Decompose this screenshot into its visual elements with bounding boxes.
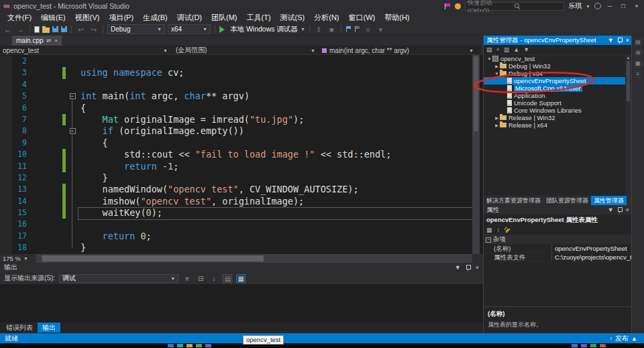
property-row[interactable]: (名称)opencvEnvPropertySheet (484, 244, 632, 253)
redo-icon[interactable]: ↪ (89, 24, 99, 35)
strip-icon-3[interactable]: ▦ (634, 60, 643, 68)
quick-launch-search[interactable]: 快速启动 (Ctrl+Q) (465, 2, 564, 11)
bottom-tab[interactable]: 错误列表 (1, 323, 38, 333)
save-icon[interactable]: ▥ (504, 46, 510, 53)
split-view-icon[interactable]: ▦ (236, 274, 246, 283)
output-source-combo[interactable]: 调试 ▼ (59, 274, 178, 283)
tree-item[interactable]: ▼Debug | x64 (484, 70, 632, 77)
menu-item[interactable]: 测试(S) (276, 12, 310, 23)
member-dropdown[interactable]: main(int argc, char ** argv) ▼ (322, 46, 476, 55)
categorized-icon[interactable]: ▦ (486, 227, 492, 233)
scrollbar-thumb[interactable] (627, 61, 630, 101)
menu-item[interactable]: 编辑(E) (36, 12, 70, 23)
property-row[interactable]: 属性表文件C:\zuoye\projects\opencv_tes (484, 253, 632, 262)
tree-item[interactable]: ▼opencv_test (484, 55, 632, 62)
tree-item[interactable]: ▶Release | Win32 (484, 114, 632, 121)
property-value[interactable]: opencvEnvPropertySheet (552, 244, 632, 252)
close-panel-icon[interactable]: × (626, 36, 629, 45)
fold-toggle-icon[interactable]: − (70, 128, 76, 134)
pin-icon[interactable] (466, 264, 471, 271)
menu-item[interactable]: 文件(F) (3, 12, 36, 23)
minimize-button[interactable]: ─ (605, 3, 614, 9)
publish-button[interactable]: 发布 (615, 334, 629, 343)
add-new-sheet-icon[interactable]: ▤ (486, 46, 492, 53)
save-icon[interactable] (52, 26, 58, 32)
pin-icon[interactable] (617, 37, 623, 44)
find-message-icon[interactable]: ≡ (182, 275, 192, 282)
menu-item[interactable]: 窗口(W) (344, 12, 380, 23)
save-all-icon[interactable] (61, 26, 67, 32)
promote-tab-icon[interactable]: ⇄ (47, 38, 52, 44)
messages-view-icon[interactable]: ▤ (223, 274, 232, 283)
move-up-icon[interactable]: ▲ (513, 46, 519, 53)
window-position-icon[interactable]: ▼ (608, 205, 614, 215)
window-position-icon[interactable]: ▼ (608, 36, 614, 45)
close-tab-icon[interactable]: × (54, 38, 58, 44)
tree-scrollbar[interactable]: ▲ (625, 55, 631, 196)
platform-combo[interactable]: x64 ▼ (168, 24, 211, 34)
menu-item[interactable]: 项目(P) (104, 12, 138, 23)
tree-item[interactable]: Unicode Support (484, 99, 632, 107)
user-menu-caret-icon[interactable]: ▼ (586, 4, 590, 9)
scrollbar-thumb[interactable] (42, 255, 264, 262)
debug-button-label[interactable]: 本地 Windows 调试器 (230, 25, 298, 34)
add-existing-sheet-icon[interactable]: + (496, 46, 500, 53)
property-pages-icon[interactable] (504, 227, 511, 233)
bottom-tab[interactable]: 输出 (38, 323, 60, 333)
bookmark-off-icon[interactable] (354, 25, 360, 33)
scope-dropdown[interactable]: (全局范围) ▼ (176, 46, 318, 55)
tree-item[interactable]: Core Windows Libraries (484, 107, 632, 114)
user-name[interactable]: 乐琪 (568, 1, 582, 11)
menu-item[interactable]: 分析(N) (309, 12, 343, 23)
tree-item[interactable]: Microsoft.Cpp.x64.user (484, 84, 632, 92)
menu-item[interactable]: 生成(B) (138, 12, 172, 23)
panel-tab[interactable]: 属性管理器 (591, 196, 627, 205)
strip-icon-1[interactable]: ▤ (634, 38, 643, 46)
strip-icon-2[interactable]: ⊞ (634, 49, 643, 57)
word-wrap-icon[interactable]: ↓ (209, 275, 219, 282)
menu-item[interactable]: 团队(M) (207, 12, 242, 23)
tree-item[interactable]: ▶Debug | Win32 (484, 62, 632, 70)
editor-horizontal-scrollbar[interactable] (37, 254, 472, 263)
move-down-icon[interactable]: ▼ (523, 46, 529, 53)
close-panel-icon[interactable]: × (476, 263, 479, 272)
notifications-flag-icon[interactable] (444, 3, 451, 10)
close-button[interactable]: × (632, 3, 641, 9)
panel-tab[interactable]: 解决方案资源管理器 (484, 196, 543, 205)
collapse-icon[interactable]: − (486, 237, 491, 243)
menu-item[interactable]: 帮助(H) (380, 12, 414, 23)
debug-target-caret-icon[interactable]: ▼ (301, 27, 305, 32)
output-content[interactable] (0, 284, 483, 323)
toolbar-overflow-icon[interactable]: ▾ (376, 24, 386, 35)
navigate-back-icon[interactable]: ← (3, 24, 13, 35)
navigate-forward-icon[interactable]: → (15, 24, 25, 35)
break-all-icon[interactable]: ‖ (314, 24, 324, 35)
clear-output-icon[interactable]: ⊟ (196, 275, 205, 282)
tree-item[interactable]: ▶Release | x64 (484, 121, 632, 129)
project-dropdown[interactable]: opencv_test ▼ (3, 46, 170, 55)
property-value[interactable]: C:\zuoye\projects\opencv_tes (552, 253, 632, 261)
new-file-icon[interactable] (34, 26, 40, 33)
panel-tab[interactable]: 团队资源管理器 (543, 196, 591, 205)
tree-item[interactable]: opencvEnvPropertySheet (484, 77, 632, 84)
scroll-up-icon[interactable]: ▲ (625, 55, 631, 60)
stop-debug-icon[interactable]: ■ (327, 24, 337, 35)
configuration-combo[interactable]: Debug ▼ (107, 24, 165, 34)
pin-icon[interactable] (617, 207, 623, 213)
start-debug-icon[interactable] (219, 26, 225, 33)
menu-item[interactable]: 调试(D) (172, 12, 207, 23)
menu-item[interactable]: 工具(T) (242, 12, 276, 23)
code-editor[interactable]: 23using namespace cv;45−int main(int arg… (0, 55, 483, 254)
toolbar-options-icon[interactable]: ≡ (363, 24, 373, 35)
avatar[interactable] (594, 3, 601, 9)
fold-toggle-icon[interactable]: − (70, 93, 76, 99)
close-panel-icon[interactable]: × (626, 205, 629, 215)
editor-vertical-scrollbar[interactable] (472, 55, 480, 254)
zoom-selector[interactable]: 175 % ▼ (0, 254, 36, 263)
strip-icon-4[interactable]: ≡ (634, 70, 643, 78)
tab-main-cpp[interactable]: main.cpp ⇄ × (12, 36, 62, 46)
restore-button[interactable]: □ (619, 3, 628, 9)
window-position-icon[interactable]: ▼ (455, 263, 461, 272)
tree-item[interactable]: Application (484, 92, 632, 99)
caret-up-icon[interactable]: ▲ (631, 335, 637, 342)
